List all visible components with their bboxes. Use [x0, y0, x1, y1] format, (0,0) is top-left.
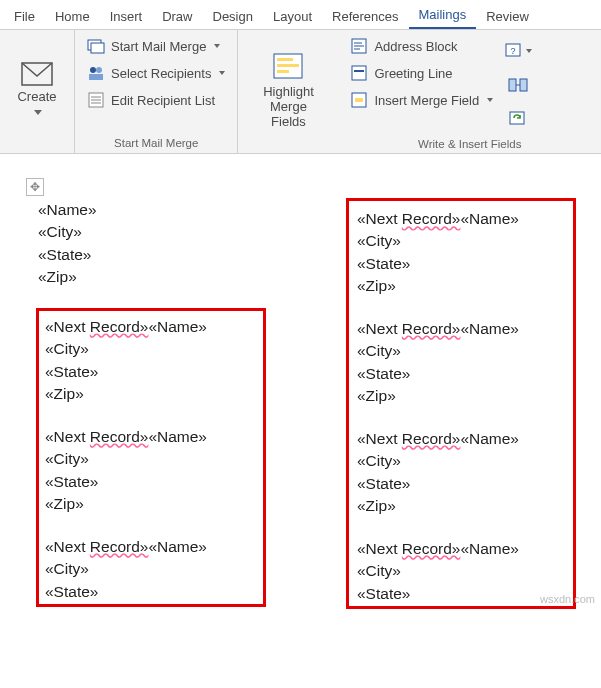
select-recipients-label: Select Recipients	[111, 66, 211, 81]
merge-field-city: «City»	[38, 223, 82, 240]
tab-review[interactable]: Review	[476, 3, 539, 29]
edit-recipient-list-button[interactable]: Edit Recipient List	[83, 88, 229, 112]
merge-field-name: «Name»	[148, 318, 207, 335]
group-label-start-mail-merge: Start Mail Merge	[83, 135, 229, 151]
merge-field-name: «Name»	[460, 320, 519, 337]
merge-field-city: «City»	[357, 342, 401, 359]
merge-rule-next-record: «Next Record»	[45, 428, 148, 445]
label-cell[interactable]: «Next Record»«Name» «City» «State» «Zip»	[43, 315, 259, 407]
merge-field-name: «Name»	[148, 428, 207, 445]
svg-rect-2	[91, 43, 104, 53]
watermark: wsxdn.com	[540, 593, 595, 605]
merge-field-state: «State»	[357, 365, 410, 382]
rules-button[interactable]: ?	[505, 38, 531, 64]
write-insert-aux-icons: ?	[503, 34, 533, 136]
match-fields-icon	[508, 76, 528, 94]
merge-field-name: «Name»	[460, 210, 519, 227]
greeting-line-icon	[350, 64, 368, 82]
merge-field-name: «Name»	[460, 540, 519, 557]
label-cell[interactable]: «Next Record»«Name» «City» «State»	[355, 537, 569, 606]
edit-recipient-list-label: Edit Recipient List	[111, 93, 215, 108]
merge-field-state: «State»	[45, 473, 98, 490]
merge-field-city: «City»	[357, 452, 401, 469]
insert-merge-field-label: Insert Merge Field	[374, 93, 479, 108]
group-highlight: Highlight Merge Fields	[238, 30, 338, 153]
label-cell[interactable]: «Next Record»«Name» «City» «State» «Zip»	[355, 207, 569, 299]
document-area: ✥ «Name» «City» «State» «Zip» «Next Reco…	[0, 154, 601, 609]
merge-field-state: «State»	[357, 585, 410, 602]
svg-rect-18	[352, 66, 366, 80]
highlight-box-left: «Next Record»«Name» «City» «State» «Zip»…	[36, 308, 266, 607]
tab-mailings[interactable]: Mailings	[409, 1, 477, 29]
tab-home[interactable]: Home	[45, 3, 100, 29]
start-mail-merge-label: Start Mail Merge	[111, 39, 206, 54]
label-cell[interactable]: «Next Record»«Name» «City» «State» «Zip»	[355, 427, 569, 519]
address-block-icon	[350, 37, 368, 55]
greeting-line-button[interactable]: Greeting Line	[346, 61, 497, 85]
merge-field-state: «State»	[357, 475, 410, 492]
merge-field-state: «State»	[45, 363, 98, 380]
tab-file[interactable]: File	[4, 3, 45, 29]
chevron-down-icon	[214, 44, 220, 48]
label-cell[interactable]: «Next Record»«Name» «City» «State»	[43, 535, 259, 604]
select-recipients-button[interactable]: Select Recipients	[83, 61, 229, 85]
group-start-mail-merge: Start Mail Merge Select Recipients Edit …	[75, 30, 238, 153]
create-label: Create	[17, 89, 56, 104]
chevron-down-icon	[487, 98, 493, 102]
merge-field-name: «Name»	[38, 201, 97, 218]
merge-field-state: «State»	[45, 583, 98, 600]
update-labels-icon	[508, 110, 528, 128]
svg-point-3	[90, 67, 96, 73]
ribbon: Create Start Mail Merge Select Recipient…	[0, 30, 601, 154]
merge-field-zip: «Zip»	[357, 387, 396, 404]
merge-field-zip: «Zip»	[45, 385, 84, 402]
label-cell[interactable]: «Name» «City» «State» «Zip»	[36, 198, 266, 290]
start-mail-merge-button[interactable]: Start Mail Merge	[83, 34, 229, 58]
mail-merge-icon	[87, 37, 105, 55]
match-fields-button[interactable]	[505, 72, 531, 98]
tab-draw[interactable]: Draw	[152, 3, 202, 29]
svg-rect-12	[277, 64, 299, 67]
merge-field-city: «City»	[45, 450, 89, 467]
merge-field-state: «State»	[357, 255, 410, 272]
group-label-write-insert: Write & Insert Fields	[346, 136, 593, 152]
document-page[interactable]: ✥ «Name» «City» «State» «Zip» «Next Reco…	[28, 182, 588, 609]
merge-field-name: «Name»	[148, 538, 207, 555]
tab-design[interactable]: Design	[203, 3, 263, 29]
merge-field-city: «City»	[357, 562, 401, 579]
label-cell[interactable]: «Next Record»«Name» «City» «State» «Zip»	[355, 317, 569, 409]
label-column-left: «Name» «City» «State» «Zip» «Next Record…	[36, 198, 266, 609]
tab-insert[interactable]: Insert	[100, 3, 153, 29]
merge-field-zip: «Zip»	[45, 495, 84, 512]
tab-layout[interactable]: Layout	[263, 3, 322, 29]
group-write-insert-fields: Address Block Greeting Line Insert Merge…	[338, 30, 601, 153]
tab-strip: File Home Insert Draw Design Layout Refe…	[0, 0, 601, 30]
chevron-down-icon	[219, 71, 225, 75]
merge-rule-next-record: «Next Record»	[357, 320, 460, 337]
create-button[interactable]: Create	[8, 34, 66, 147]
tab-references[interactable]: References	[322, 3, 408, 29]
label-cell[interactable]: «Next Record»«Name» «City» «State» «Zip»	[43, 425, 259, 517]
table-move-handle-icon[interactable]: ✥	[26, 178, 44, 196]
merge-rule-next-record: «Next Record»	[357, 540, 460, 557]
address-block-button[interactable]: Address Block	[346, 34, 497, 58]
svg-point-4	[96, 67, 102, 73]
envelope-icon	[21, 62, 53, 86]
svg-rect-11	[277, 58, 293, 61]
merge-rule-next-record: «Next Record»	[357, 210, 460, 227]
svg-rect-25	[520, 79, 527, 91]
svg-rect-21	[355, 98, 363, 102]
insert-merge-field-icon	[350, 91, 368, 109]
merge-rule-next-record: «Next Record»	[45, 538, 148, 555]
insert-merge-field-button[interactable]: Insert Merge Field	[346, 88, 497, 112]
address-block-label: Address Block	[374, 39, 457, 54]
highlight-merge-fields-button[interactable]: Highlight Merge Fields	[246, 34, 330, 147]
merge-rule-next-record: «Next Record»	[45, 318, 148, 335]
chevron-down-icon	[526, 49, 532, 53]
svg-rect-5	[89, 74, 103, 80]
chevron-down-icon	[34, 110, 42, 115]
merge-field-city: «City»	[45, 340, 89, 357]
recipients-icon	[87, 64, 105, 82]
svg-rect-24	[509, 79, 516, 91]
update-labels-button[interactable]	[505, 106, 531, 132]
